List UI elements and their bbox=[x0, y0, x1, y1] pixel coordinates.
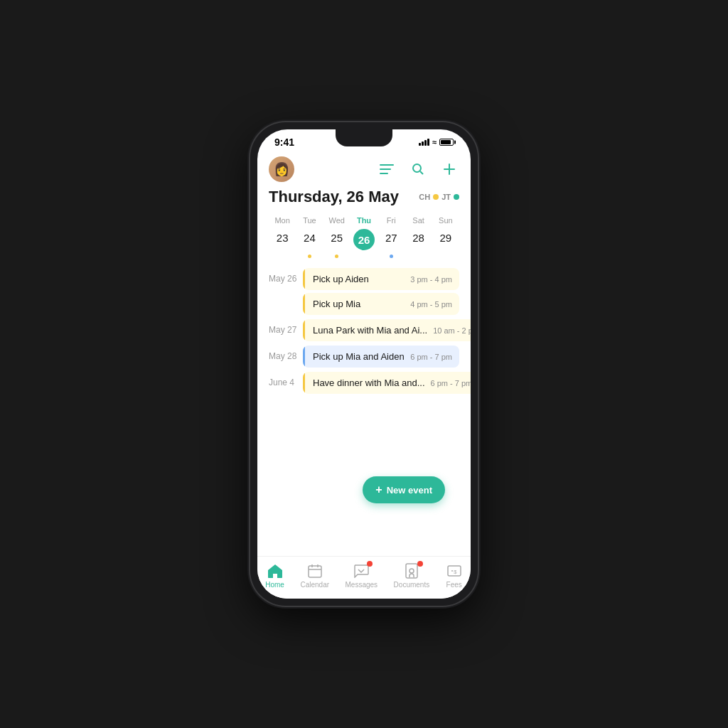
svg-line-4 bbox=[420, 171, 423, 174]
day-27[interactable]: 27 bbox=[378, 229, 405, 250]
tab-fees-label: Fees bbox=[446, 581, 462, 589]
event-date-may26: May 26 bbox=[269, 268, 303, 284]
event-cards-may27: Luna Park with Mia and Ai... 10 am - 2 p… bbox=[303, 319, 471, 341]
battery-icon bbox=[439, 139, 454, 146]
event-title: Pick up Aiden bbox=[313, 274, 405, 284]
tab-messages-label: Messages bbox=[346, 581, 378, 589]
user2-dot bbox=[454, 194, 459, 200]
signal-icon bbox=[419, 139, 429, 146]
dot-mon bbox=[269, 253, 296, 259]
tab-documents-label: Documents bbox=[394, 581, 430, 589]
fab-plus-icon: + bbox=[375, 483, 382, 496]
tab-home-label: Home bbox=[265, 581, 284, 589]
messages-icon bbox=[353, 562, 370, 579]
fab-label: New event bbox=[387, 485, 432, 496]
tab-messages[interactable]: Messages bbox=[346, 562, 378, 589]
day-23[interactable]: 23 bbox=[269, 229, 296, 250]
event-date-may27: May 27 bbox=[269, 319, 303, 335]
header-actions bbox=[377, 159, 459, 179]
event-stripe bbox=[303, 372, 305, 394]
day-24[interactable]: 24 bbox=[296, 229, 323, 250]
event-group-may28: May 28 Pick up Mia and Aiden 6 pm - 7 pm bbox=[269, 346, 459, 368]
event-title: Have dinner with Mia and... bbox=[313, 378, 425, 388]
event-time: 6 pm - 7 pm bbox=[410, 353, 452, 361]
day-header-tue: Tue bbox=[296, 215, 323, 226]
event-date-may28: May 28 bbox=[269, 346, 303, 361]
day-header-sat: Sat bbox=[405, 215, 432, 226]
calendar-week-numbers: 23 24 25 26 27 28 29 bbox=[269, 229, 459, 250]
event-stripe bbox=[303, 268, 305, 290]
messages-badge bbox=[367, 561, 373, 567]
tab-calendar-label: Calendar bbox=[300, 581, 329, 589]
dot-sun bbox=[432, 253, 459, 259]
calendar-icon bbox=[306, 562, 323, 579]
svg-rect-2 bbox=[380, 173, 388, 174]
events-list: May 26 Pick up Aiden 3 pm - 4 pm Pick up… bbox=[269, 268, 459, 394]
tab-fees[interactable]: $ Fees bbox=[446, 562, 463, 589]
bottom-tab-bar: Home Calendar bbox=[257, 556, 471, 599]
svg-rect-7 bbox=[309, 566, 321, 577]
svg-point-12 bbox=[410, 569, 414, 573]
dot-sat bbox=[405, 253, 432, 259]
day-25[interactable]: 25 bbox=[323, 229, 350, 250]
dot-fri bbox=[378, 253, 405, 259]
dot-wed bbox=[323, 253, 350, 259]
event-card-dinner[interactable]: Have dinner with Mia and... 6 pm - 7 pm bbox=[303, 372, 471, 394]
day-header-sun: Sun bbox=[432, 215, 459, 226]
search-button[interactable] bbox=[408, 159, 428, 179]
app-header: 👩 bbox=[257, 151, 471, 188]
notch bbox=[336, 129, 392, 146]
fees-icon: $ bbox=[446, 562, 463, 579]
phone-screen: 9:41 ≈ 👩 bbox=[257, 129, 471, 599]
add-button[interactable] bbox=[439, 159, 459, 179]
event-time: 10 am - 2 pm bbox=[433, 326, 471, 335]
calendar-week-headers: Mon Tue Wed Thu Fri Sat Sun bbox=[269, 215, 459, 226]
status-time: 9:41 bbox=[274, 136, 294, 148]
tab-documents[interactable]: Documents bbox=[394, 562, 430, 589]
dot-thu bbox=[350, 253, 378, 259]
avatar[interactable]: 👩 bbox=[269, 156, 294, 182]
date-header: Thursday, 26 May CH JT bbox=[269, 188, 459, 206]
day-28[interactable]: 28 bbox=[405, 229, 432, 250]
day-26[interactable]: 26 bbox=[353, 229, 375, 250]
new-event-fab[interactable]: + New event bbox=[363, 476, 445, 503]
svg-point-3 bbox=[413, 164, 421, 172]
event-card-pick-up-aiden[interactable]: Pick up Aiden 3 pm - 4 pm bbox=[303, 268, 459, 290]
tab-calendar[interactable]: Calendar bbox=[300, 562, 329, 589]
tab-home[interactable]: Home bbox=[265, 562, 284, 589]
event-cards-may26: Pick up Aiden 3 pm - 4 pm Pick up Mia 4 … bbox=[303, 268, 459, 315]
event-card-pick-up-mia-aiden[interactable]: Pick up Mia and Aiden 6 pm - 7 pm bbox=[303, 346, 459, 368]
documents-icon bbox=[403, 562, 420, 579]
event-time: 6 pm - 7 pm bbox=[431, 379, 471, 387]
content-area: Thursday, 26 May CH JT Mon Tue Wed Thu F… bbox=[257, 188, 471, 520]
event-group-may26: May 26 Pick up Aiden 3 pm - 4 pm Pick up… bbox=[269, 268, 459, 315]
svg-text:$: $ bbox=[454, 569, 457, 575]
date-title: Thursday, 26 May bbox=[269, 188, 399, 206]
user2-label: JT bbox=[441, 193, 451, 201]
event-cards-june4: Have dinner with Mia and... 6 pm - 7 pm bbox=[303, 372, 471, 394]
dot-tue bbox=[296, 253, 323, 259]
wifi-icon: ≈ bbox=[432, 138, 437, 146]
event-stripe bbox=[303, 293, 305, 315]
documents-badge bbox=[417, 561, 423, 567]
event-group-may27: May 27 Luna Park with Mia and Ai... 10 a… bbox=[269, 319, 459, 341]
menu-button[interactable] bbox=[377, 159, 397, 179]
event-stripe bbox=[303, 346, 305, 368]
event-cards-may28: Pick up Mia and Aiden 6 pm - 7 pm bbox=[303, 346, 459, 368]
event-card-pick-up-mia[interactable]: Pick up Mia 4 pm - 5 pm bbox=[303, 293, 459, 315]
event-date-june4: June 4 bbox=[269, 372, 303, 387]
event-group-june4: June 4 Have dinner with Mia and... 6 pm … bbox=[269, 372, 459, 394]
event-card-luna-park[interactable]: Luna Park with Mia and Ai... 10 am - 2 p… bbox=[303, 319, 471, 341]
event-stripe bbox=[303, 319, 305, 341]
event-time: 4 pm - 5 pm bbox=[410, 300, 452, 309]
event-time: 3 pm - 4 pm bbox=[410, 275, 452, 284]
status-icons: ≈ bbox=[419, 138, 454, 146]
user1-dot bbox=[433, 194, 439, 200]
day-29[interactable]: 29 bbox=[432, 229, 459, 250]
day-header-thu: Thu bbox=[350, 215, 378, 226]
svg-rect-11 bbox=[406, 564, 417, 578]
event-title: Pick up Mia bbox=[313, 299, 405, 309]
dot-row bbox=[269, 253, 459, 259]
user1-label: CH bbox=[419, 193, 430, 201]
event-title: Luna Park with Mia and Ai... bbox=[313, 325, 427, 336]
